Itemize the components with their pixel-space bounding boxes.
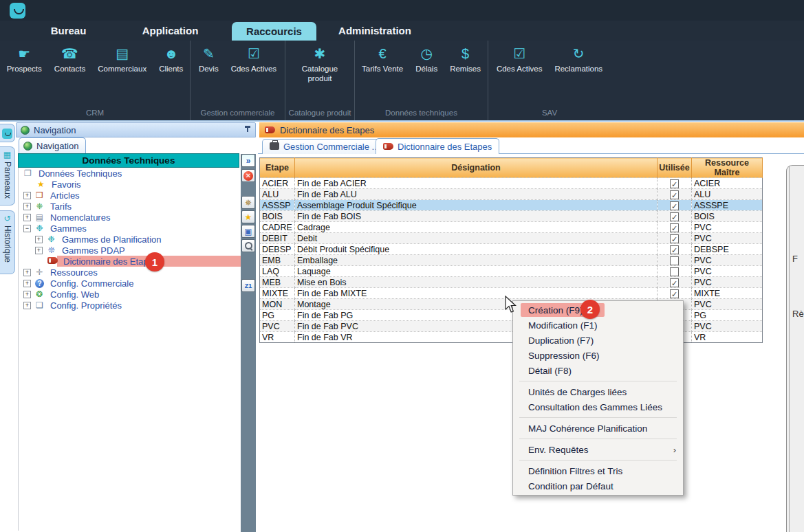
tree-item-gammes-de-planification[interactable]: +❉Gammes de Planification xyxy=(19,234,239,245)
menu-tab-application[interactable]: Application xyxy=(117,21,224,41)
column-header-ressource-maître[interactable]: Ressource Maître xyxy=(692,158,763,178)
checkbox-icon[interactable]: ✓ xyxy=(670,289,679,298)
table-row[interactable]: BOISFin de Fab BOIS✓BOIS xyxy=(260,211,763,222)
ribbon-button-délais[interactable]: ◷Délais xyxy=(410,45,443,109)
tree-item-dictionnaire-des-etapes[interactable]: Dictionnaire des Etapes xyxy=(19,256,239,267)
tree-item-config-commerciale[interactable]: +?Config. Commerciale xyxy=(19,278,239,289)
menu-item-maj-coh-rence-planification[interactable]: MAJ Cohérence Planification xyxy=(513,421,683,436)
close-button[interactable]: ✕ xyxy=(241,169,255,182)
cell-ressource-maitre: PVC xyxy=(692,222,763,233)
ribbon-group-label: SAV xyxy=(488,109,611,120)
ribbon-button-cdes-actives[interactable]: ☑Cdes Actives xyxy=(226,45,282,109)
tree-expander[interactable]: + xyxy=(35,236,43,243)
checkbox-icon[interactable]: ✓ xyxy=(670,245,679,254)
menu-item-unit-s-de-charges-li-es[interactable]: Unités de Charges liées xyxy=(513,384,683,399)
checkbox-icon[interactable]: ✓ xyxy=(670,190,679,199)
table-row[interactable]: ALUFin de Fab ALU✓ALU xyxy=(260,189,763,200)
menu-item-d-tail-f8-[interactable]: Détail (F8) xyxy=(513,363,683,378)
favorites-button[interactable]: ★ xyxy=(241,210,255,223)
cell-designation: Laquage xyxy=(295,266,658,277)
tree-item-nomenclatures[interactable]: +▤Nomenclatures xyxy=(19,212,239,223)
search-button[interactable] xyxy=(241,239,255,252)
checkbox-icon[interactable] xyxy=(670,256,679,265)
tree-item-gammes[interactable]: −❉Gammes xyxy=(19,223,239,234)
tree-item-articles[interactable]: +❒Articles xyxy=(19,190,239,201)
document-tab-inactive[interactable]: Gestion Commerciale ... xyxy=(262,139,387,154)
menu-item-label: Unités de Charges liées xyxy=(528,387,627,397)
navigation-tab[interactable]: Navigation xyxy=(19,137,86,153)
ribbon-button-cdes-actives[interactable]: ☑Cdes Actives xyxy=(491,45,547,109)
menu-item-label: MAJ Cohérence Planification xyxy=(528,423,647,434)
table-row[interactable]: DEBSPDébit Produit Spécifique✓DEBSPE xyxy=(260,244,763,255)
close-icon: ✕ xyxy=(243,171,253,181)
tree-expander[interactable]: + xyxy=(23,192,31,199)
pin-icon[interactable] xyxy=(243,126,251,135)
table-row[interactable]: ACIERFin de Fab ACIER✓ACIER xyxy=(260,178,763,189)
tree-item-favoris[interactable]: ★Favoris xyxy=(19,179,239,190)
checkbox-icon[interactable] xyxy=(670,267,679,276)
dock-tab-historique[interactable]: ↺Historique xyxy=(0,210,15,274)
ribbon-button-commerciaux[interactable]: ▤Commerciaux xyxy=(92,45,152,109)
tree-item-données-techniques[interactable]: ❐Données Techniques xyxy=(19,168,239,179)
tree-item-config-web[interactable]: +❂Config. Web xyxy=(19,289,239,300)
menu-item-suppression-f6-[interactable]: Suppression (F6) xyxy=(513,348,683,363)
table-row[interactable]: ASSSPAssemblage Produit Spécifique✓ASSSP… xyxy=(260,200,763,211)
z1-icon: Z1 xyxy=(245,282,252,289)
tree-item-gammes-pdap[interactable]: +❊Gammes PDAP xyxy=(19,245,239,256)
ribbon-button-contacts[interactable]: ☎Contacts xyxy=(49,45,91,109)
column-header-désignation[interactable]: Désignation xyxy=(295,158,658,178)
ribbon-button-prospects[interactable]: ☛Prospects xyxy=(1,45,47,109)
tree-item-tarifs[interactable]: +❈Tarifs xyxy=(19,201,239,212)
menu-tab-administration[interactable]: Administration xyxy=(316,21,433,41)
tree-item-config-propriétés[interactable]: +❏Config. Propriétés xyxy=(19,300,239,311)
tree-expander[interactable]: + xyxy=(23,291,31,298)
ribbon-button-catalogue-produit[interactable]: ✱Catalogue produit xyxy=(288,45,351,109)
tree-item-ressources[interactable]: +✛Ressources xyxy=(19,267,239,278)
screen-button[interactable]: ▣ xyxy=(241,225,255,238)
menu-item-env-requ-tes[interactable]: Env. Requêtes› xyxy=(513,442,683,457)
plan-button[interactable]: ✵ xyxy=(241,196,255,209)
dock-tab-panneaux[interactable]: ▦Panneaux xyxy=(0,146,15,206)
checkbox-icon[interactable]: ✓ xyxy=(670,234,679,243)
tree-expander[interactable]: + xyxy=(23,269,31,276)
table-row[interactable]: VRFin de Fab VRVR xyxy=(260,332,763,343)
table-row[interactable]: MEBMise en Bois✓PVC xyxy=(260,277,763,288)
menu-item-duplication-f7-[interactable]: Duplication (F7) xyxy=(513,333,683,348)
checkbox-icon[interactable]: ✓ xyxy=(670,212,679,221)
cell-utilisee: ✓ xyxy=(658,178,692,189)
menu-item-consultation-des-gammes-li-es[interactable]: Consultation des Gammes Liées xyxy=(513,399,683,414)
tree-expander[interactable]: + xyxy=(23,302,31,309)
document-tab-active[interactable]: Dictionnaire des Etapes xyxy=(376,138,499,154)
table-row[interactable]: CADRECadrage✓PVC xyxy=(260,222,763,233)
zoom-button[interactable]: Z1 xyxy=(241,279,255,292)
table-row[interactable]: LAQLaquagePVC xyxy=(260,266,763,277)
table-row[interactable]: PVCFin de Fab PVCPVC xyxy=(260,321,763,332)
menu-item-d-finition-filtres-et-tris[interactable]: Définition Filtres et Tris xyxy=(513,463,683,478)
ribbon-button-devis[interactable]: ✎Devis xyxy=(193,45,224,109)
column-header-etape[interactable]: Etape xyxy=(260,158,295,178)
tree-expander[interactable]: + xyxy=(23,214,31,221)
tree-expander[interactable]: + xyxy=(35,247,43,254)
menu-tab-bureau[interactable]: Bureau xyxy=(29,21,108,41)
menu-item-modification-f1-[interactable]: Modification (F1) xyxy=(513,318,683,333)
collapse-chevrons-button[interactable]: » xyxy=(241,154,255,167)
column-header-utilisée[interactable]: Utilisée xyxy=(658,158,692,178)
menu-item-condition-par-d-faut[interactable]: Condition par Défaut xyxy=(513,478,683,494)
checkbox-icon[interactable]: ✓ xyxy=(670,179,679,188)
checkbox-icon[interactable]: ✓ xyxy=(670,201,679,210)
table-row[interactable]: DEBITDebit✓PVC xyxy=(260,233,763,244)
menu-tab-raccourcis[interactable]: Raccourcis xyxy=(232,22,316,41)
ribbon-button-tarifs-vente[interactable]: €Tarifs Vente xyxy=(356,45,409,109)
tree-expander[interactable]: − xyxy=(23,225,31,232)
ribbon-button-reclamations[interactable]: ↻Reclamations xyxy=(549,45,608,109)
tree-expander[interactable]: + xyxy=(23,280,31,287)
tree-item-label: Nomenclatures xyxy=(48,212,112,223)
tree-section-header[interactable]: Données Techniques xyxy=(18,153,239,168)
ribbon-button-clients[interactable]: ☻Clients xyxy=(153,45,188,109)
tree-expander[interactable]: + xyxy=(23,203,31,210)
checkbox-icon[interactable]: ✓ xyxy=(670,223,679,232)
table-row[interactable]: EMBEmballagePVC xyxy=(260,255,763,266)
dock-tab-logo[interactable] xyxy=(0,124,15,142)
ribbon-button-remises[interactable]: $Remises xyxy=(444,45,486,109)
checkbox-icon[interactable]: ✓ xyxy=(670,278,679,287)
